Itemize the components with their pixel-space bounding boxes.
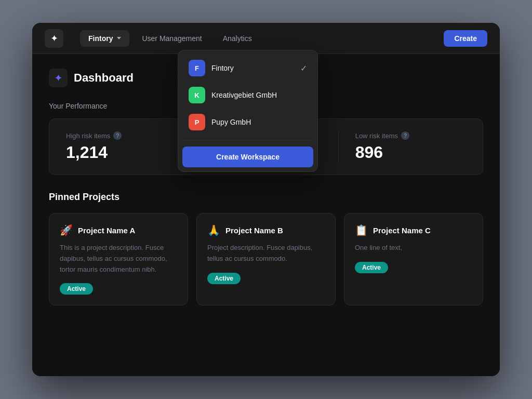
project-a-description: This is a project description. Fusce dap… xyxy=(60,243,177,275)
nav-item-user-management[interactable]: User Management xyxy=(134,30,210,47)
project-c-name: Project Name C xyxy=(373,226,431,235)
project-c-status: Active xyxy=(355,262,388,273)
metric-high-risk-label: High risk items ? xyxy=(66,131,177,140)
workspace-name-pupy: Pupy GmbH xyxy=(211,118,251,126)
app-window: ✦ Fintory User Management Analytics Crea… xyxy=(32,23,500,376)
create-workspace-button[interactable]: Create Workspace xyxy=(182,147,313,167)
workspace-item-pupy[interactable]: P Pupy GmbH xyxy=(182,109,313,136)
workspace-icon-kreativgebiet: K xyxy=(189,87,205,103)
workspace-name-kreativgebiet: Kreativgebiet GmbH xyxy=(211,91,277,99)
project-a-status: Active xyxy=(60,283,93,295)
workspace-label: Fintory xyxy=(88,34,113,43)
workspace-dropdown-button[interactable]: Fintory xyxy=(80,30,129,47)
project-c-description: One line of text, xyxy=(355,243,472,254)
create-button[interactable]: Create xyxy=(444,30,487,47)
project-b-header: 🙏 Project Name B xyxy=(207,224,325,236)
workspace-icon-pupy: P xyxy=(189,114,205,130)
pinned-projects-title: Pinned Projects xyxy=(49,192,483,203)
high-risk-help-icon[interactable]: ? xyxy=(113,131,122,140)
metric-high-risk-value: 1,214 xyxy=(66,143,177,162)
logo-icon: ✦ xyxy=(45,29,63,48)
chevron-down-icon xyxy=(117,37,121,39)
project-b-description: Project description. Fusce dapibus, tell… xyxy=(207,243,325,264)
project-a-emoji: 🚀 xyxy=(60,224,73,236)
project-b-status: Active xyxy=(207,273,241,284)
low-risk-help-icon[interactable]: ? xyxy=(401,131,409,140)
workspace-name-fintory: Fintory xyxy=(211,64,234,72)
workspace-item-kreativgebiet[interactable]: K Kreativgebiet GmbH xyxy=(182,82,313,109)
projects-grid: 🚀 Project Name A This is a project descr… xyxy=(49,213,483,305)
nav-item-analytics[interactable]: Analytics xyxy=(215,30,260,47)
nav-links: Fintory User Management Analytics xyxy=(80,30,435,47)
page-title: Dashboard xyxy=(74,71,134,85)
workspace-dropdown: F Fintory ✓ K Kreativgebiet GmbH P Pupy … xyxy=(178,50,318,172)
metric-low-risk-label: Low risk items ? xyxy=(355,131,466,140)
project-a-header: 🚀 Project Name A xyxy=(60,224,177,236)
dashboard-icon: ✦ xyxy=(49,69,68,87)
project-b-emoji: 🙏 xyxy=(207,224,220,236)
project-a-name: Project Name A xyxy=(78,226,135,235)
project-card-a: 🚀 Project Name A This is a project descr… xyxy=(49,213,188,305)
selected-check-icon: ✓ xyxy=(300,63,307,73)
project-card-b: 🙏 Project Name B Project description. Fu… xyxy=(196,213,336,305)
project-c-emoji: 📋 xyxy=(355,224,368,236)
metric-high-risk: High risk items ? 1,214 xyxy=(66,131,194,162)
project-card-c: 📋 Project Name C One line of text, Activ… xyxy=(344,213,483,305)
metric-low-risk-value: 896 xyxy=(355,143,466,162)
workspace-icon-fintory: F xyxy=(189,60,205,76)
workspace-item-fintory[interactable]: F Fintory ✓ xyxy=(182,55,313,82)
project-c-header: 📋 Project Name C xyxy=(355,224,472,236)
logo-area: ✦ xyxy=(45,29,63,48)
dropdown-divider xyxy=(182,140,313,140)
navbar: ✦ Fintory User Management Analytics Crea… xyxy=(32,23,500,54)
project-b-name: Project Name B xyxy=(225,226,283,235)
metric-low-risk: Low risk items ? 896 xyxy=(355,131,466,162)
